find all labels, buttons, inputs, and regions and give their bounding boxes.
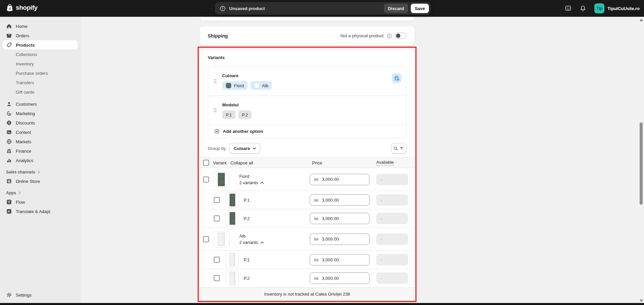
price-input[interactable]: lei3,000.00 (310, 254, 369, 265)
row-checkbox[interactable] (214, 257, 220, 263)
scrollbar-up-arrow[interactable] (640, 19, 643, 21)
sidebar-item-products[interactable]: Products (3, 40, 78, 50)
sidebar-item-label: Collections (16, 52, 37, 57)
table-row: P.1 lei3,000.00 - (200, 251, 414, 269)
drag-handle-icon[interactable] (213, 79, 217, 84)
sidebar-item-discounts[interactable]: Discounts (3, 118, 78, 128)
sidebar-item-translate-adapt[interactable]: A Translate & Adapt (3, 207, 78, 216)
plus-circle-icon (214, 129, 220, 134)
linked-metafield-icon[interactable] (392, 73, 401, 83)
settings-gear-icon (6, 292, 12, 298)
sidebar-item-label: Discounts (16, 120, 35, 125)
physical-product-toggle[interactable] (395, 33, 406, 39)
sidebar-section-apps[interactable]: Apps (3, 189, 78, 197)
select-all-checkbox[interactable] (203, 160, 209, 166)
sidebar-item-inventory[interactable]: Inventory (3, 59, 78, 68)
scrollbar-down-arrow[interactable] (640, 300, 643, 302)
row-checkbox[interactable] (214, 215, 220, 221)
sidebar-item-transfers[interactable]: Transfers (3, 78, 78, 87)
drag-handle-icon[interactable] (213, 108, 217, 113)
sidebar-item-content[interactable]: Content (3, 128, 78, 137)
sidebar-item-analytics[interactable]: Analytics (3, 156, 78, 165)
sidebar-item-gift-cards[interactable]: Gift cards (3, 87, 78, 97)
variant-count-toggle[interactable]: 2 variants (239, 180, 264, 185)
group-by-dropdown[interactable]: Culoare (229, 143, 260, 154)
table-row: P.1 lei3,000.00 - (200, 191, 414, 209)
notifications-bell-icon[interactable] (580, 5, 586, 12)
search-filter-button[interactable] (391, 143, 406, 154)
products-tag-icon (6, 42, 12, 48)
sidebar-item-flow[interactable]: Flow (3, 197, 78, 207)
sidebar-item-label: Purchase orders (16, 71, 48, 76)
variant-count-toggle[interactable]: 2 variants (239, 240, 264, 245)
sidebar-item-collections[interactable]: Collections (3, 50, 78, 59)
sidebar-item-settings[interactable]: Settings (3, 290, 78, 300)
sidebar-item-label: Markets (16, 139, 31, 144)
variant-image[interactable] (213, 231, 229, 247)
variant-name: P.2 (244, 216, 250, 221)
sidebar-item-label: Inventory (16, 61, 34, 66)
variant-options-box: Culoare Fiord Alb (208, 66, 406, 138)
window-bottom-edge (0, 303, 644, 305)
option-value-chip[interactable]: P.2 (238, 110, 252, 119)
sidebar-item-label: Customers (16, 102, 37, 107)
sidebar-item-marketing[interactable]: Marketing (3, 109, 78, 118)
option-row-culoare: Culoare Fiord Alb (208, 67, 406, 96)
translate-app-icon: A (6, 208, 12, 214)
account-menu[interactable]: Tip TipulCuUsile.ro (594, 3, 640, 13)
variant-image[interactable] (226, 252, 239, 267)
row-checkbox[interactable] (203, 236, 209, 242)
option-name[interactable]: Culoare (222, 73, 238, 78)
color-swatch-fiord (226, 83, 231, 88)
sidebar-item-customers[interactable]: Customers (3, 99, 78, 109)
sidebar-item-label: Orders (16, 33, 29, 38)
sidebar-item-orders[interactable]: Orders (3, 31, 78, 40)
scrollbar-thumb[interactable] (640, 122, 643, 205)
discard-button[interactable]: Discard (384, 4, 408, 13)
option-name[interactable]: Modelul (222, 102, 239, 107)
option-value-chip[interactable]: Alb (250, 81, 272, 90)
physical-product-toggle-label: Not a physical product (340, 33, 384, 38)
group-by-row: Group by Culoare (208, 143, 406, 154)
inbox-chat-icon[interactable] (565, 5, 572, 12)
sidebar-item-label: Gift cards (16, 90, 35, 95)
price-input[interactable]: lei3,000.00 (310, 194, 369, 206)
price-input[interactable]: lei3,000.00 (310, 174, 369, 185)
sidebar-item-online-store[interactable]: Online Store (3, 176, 78, 186)
color-swatch-alb (254, 83, 259, 88)
chevron-right-icon (18, 191, 21, 195)
shopify-logo[interactable]: S shopify (6, 4, 38, 12)
option-value-chip[interactable]: Fiord (222, 81, 248, 90)
variant-column-header[interactable]: Variant · Collapse all (213, 160, 253, 165)
sidebar-item-finance[interactable]: Finance (3, 146, 78, 156)
sidebar-item-home[interactable]: Home (3, 21, 78, 31)
price-input[interactable]: lei3,000.00 (310, 234, 369, 245)
price-input[interactable]: lei3,000.00 (310, 272, 369, 284)
row-checkbox[interactable] (203, 176, 209, 183)
store-avatar: Tip (594, 3, 604, 13)
variant-name: P.1 (244, 257, 250, 262)
available-column-header[interactable]: Available (376, 160, 394, 166)
chevron-down-icon (253, 147, 256, 150)
row-checkbox[interactable] (214, 275, 220, 281)
info-icon[interactable] (387, 33, 392, 39)
available-field: - (376, 272, 408, 284)
variant-image[interactable] (226, 192, 239, 208)
row-checkbox[interactable] (214, 197, 220, 203)
option-value-chip[interactable]: P.1 (222, 110, 236, 119)
variant-name: P.2 (244, 276, 250, 281)
variant-image[interactable] (226, 211, 239, 226)
sidebar-item-purchase-orders[interactable]: Purchase orders (3, 68, 78, 78)
save-button[interactable]: Save (411, 4, 429, 13)
discounts-icon (6, 120, 12, 126)
variant-image[interactable] (213, 171, 229, 188)
shipping-card: Shipping Not a physical product (200, 26, 414, 45)
sidebar-section-sales-channels[interactable]: Sales channels (3, 168, 78, 176)
sidebar-item-label: Products (16, 43, 35, 48)
sidebar-item-markets[interactable]: Markets (3, 137, 78, 146)
inventory-footer-note: Inventory is not tracked at Calea Griviț… (200, 288, 414, 301)
price-input[interactable]: lei3,000.00 (310, 213, 369, 224)
add-another-option-button[interactable]: Add another option (208, 124, 406, 138)
variant-image[interactable] (226, 270, 239, 286)
chevron-up-icon (260, 182, 264, 184)
